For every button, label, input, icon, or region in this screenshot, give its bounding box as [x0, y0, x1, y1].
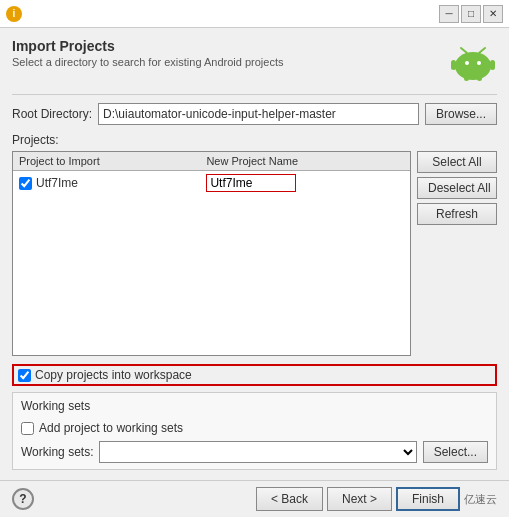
table-body: Utf7Ime — [13, 171, 410, 316]
projects-container: Project to Import New Project Name Utf7I… — [12, 151, 497, 356]
root-dir-label: Root Directory: — [12, 107, 92, 121]
svg-rect-6 — [451, 60, 456, 70]
projects-label: Projects: — [12, 133, 497, 147]
title-bar-controls: ─ □ ✕ — [439, 5, 503, 23]
dialog-body: Import Projects Select a directory to se… — [0, 28, 509, 480]
svg-rect-9 — [477, 73, 482, 81]
working-sets-row: Working sets: Select... — [21, 441, 488, 463]
svg-point-3 — [477, 61, 481, 65]
projects-table-wrapper: Project to Import New Project Name Utf7I… — [12, 151, 411, 356]
finish-button[interactable]: Finish — [396, 487, 460, 511]
root-dir-row: Root Directory: Browse... — [12, 103, 497, 125]
options-section: Copy projects into workspace Working set… — [12, 364, 497, 470]
close-button[interactable]: ✕ — [483, 5, 503, 23]
android-logo — [449, 38, 497, 86]
working-sets-label: Working sets: — [21, 445, 93, 459]
next-button[interactable]: Next > — [327, 487, 392, 511]
col-new-project-name: New Project Name — [200, 152, 410, 171]
deselect-all-button[interactable]: Deselect All — [417, 177, 497, 199]
help-button[interactable]: ? — [12, 488, 34, 510]
root-dir-input[interactable] — [98, 103, 419, 125]
table-row: Utf7Ime — [13, 171, 410, 196]
project-import-cell: Utf7Ime — [13, 171, 200, 196]
sidebar-buttons: Select All Deselect All Refresh — [417, 151, 497, 356]
new-project-name-input[interactable] — [206, 174, 296, 192]
title-icon: i — [6, 6, 22, 22]
refresh-button[interactable]: Refresh — [417, 203, 497, 225]
svg-rect-7 — [490, 60, 495, 70]
svg-line-4 — [461, 48, 467, 53]
add-project-checkbox[interactable] — [21, 422, 34, 435]
back-button[interactable]: < Back — [256, 487, 323, 511]
browse-button[interactable]: Browse... — [425, 103, 497, 125]
projects-table: Project to Import New Project Name Utf7I… — [13, 152, 410, 315]
add-project-label: Add project to working sets — [39, 421, 183, 435]
table-header-row: Project to Import New Project Name — [13, 152, 410, 171]
dialog-title: Import Projects — [12, 38, 283, 54]
title-bar: i ─ □ ✕ — [0, 0, 509, 28]
dialog-header-text: Import Projects Select a directory to se… — [12, 38, 283, 68]
select-working-sets-button[interactable]: Select... — [423, 441, 488, 463]
watermark: 亿速云 — [464, 492, 497, 507]
copy-projects-wrapper: Copy projects into workspace — [12, 364, 497, 386]
dialog-subtitle: Select a directory to search for existin… — [12, 56, 283, 68]
select-all-button[interactable]: Select All — [417, 151, 497, 173]
projects-section: Projects: Project to Import New Project … — [12, 133, 497, 356]
empty-rows — [13, 195, 410, 315]
working-sets-select[interactable] — [99, 441, 416, 463]
svg-point-2 — [465, 61, 469, 65]
working-sets-section: Working sets Add project to working sets… — [12, 392, 497, 470]
project-name-label: Utf7Ime — [36, 176, 78, 190]
project-checkbox-cell: Utf7Ime — [19, 176, 194, 190]
add-project-row: Add project to working sets — [21, 421, 488, 435]
dialog-header: Import Projects Select a directory to se… — [12, 38, 497, 95]
bottom-bar: ? < Back Next > Finish 亿速云 — [0, 480, 509, 517]
copy-projects-label: Copy projects into workspace — [35, 368, 192, 382]
bottom-left: ? — [12, 488, 34, 510]
svg-rect-8 — [464, 73, 469, 81]
copy-projects-checkbox[interactable] — [18, 369, 31, 382]
working-sets-title: Working sets — [21, 399, 488, 413]
col-project-to-import: Project to Import — [13, 152, 200, 171]
svg-rect-1 — [457, 60, 489, 74]
project-import-checkbox[interactable] — [19, 177, 32, 190]
bottom-right: < Back Next > Finish 亿速云 — [256, 487, 497, 511]
minimize-button[interactable]: ─ — [439, 5, 459, 23]
svg-line-5 — [479, 48, 485, 53]
maximize-button[interactable]: □ — [461, 5, 481, 23]
new-project-name-cell — [200, 171, 410, 196]
